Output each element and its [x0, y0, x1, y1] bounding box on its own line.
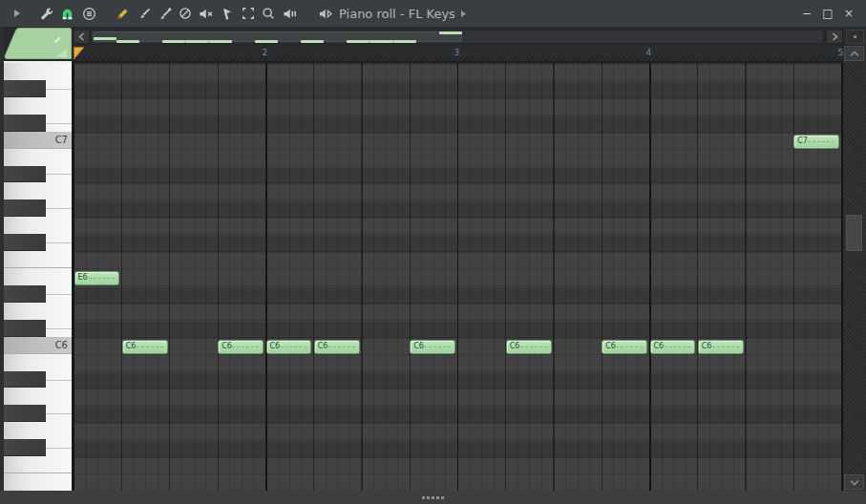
collapse-arrow-icon[interactable]: [9, 6, 25, 22]
piano-key-B5[interactable]: [4, 354, 72, 371]
note-label: C6: [654, 342, 665, 350]
piano-key-G5[interactable]: [4, 422, 72, 439]
piano-key-C6[interactable]: C6: [4, 337, 72, 354]
vscroll-thumb[interactable]: [846, 215, 862, 251]
vscroll-track[interactable]: [844, 61, 864, 491]
window-resize-strip[interactable]: [0, 491, 866, 504]
piano-key-As5[interactable]: [4, 371, 72, 388]
piano-key-C7[interactable]: C7: [4, 132, 72, 149]
black-key-Gs6[interactable]: [4, 200, 46, 217]
close-button[interactable]: ×: [841, 6, 856, 21]
piano-key-D6[interactable]: [4, 303, 72, 320]
piano-key-Fs5[interactable]: [4, 439, 72, 456]
piano-key-Fs6[interactable]: [4, 234, 72, 251]
piano-key-Cs7[interactable]: [4, 115, 72, 132]
window-title: Piano roll - FL Keys: [339, 7, 455, 21]
channel-speaker-icon[interactable]: [317, 6, 333, 22]
paint-sequence-brush-icon[interactable]: [157, 6, 173, 22]
window-frame-left: [0, 27, 4, 491]
mini-preview-note: [347, 40, 370, 43]
note-C6[interactable]: C6: [506, 340, 552, 354]
piano-key-E6[interactable]: [4, 268, 72, 285]
note-C6[interactable]: C6: [650, 340, 696, 354]
black-key-Cs7[interactable]: [4, 115, 46, 132]
piano-key-Cs6[interactable]: [4, 320, 72, 337]
note-label: C6: [318, 342, 328, 350]
title-chevron-icon[interactable]: [459, 6, 469, 22]
timeline-ruler[interactable]: 2345: [74, 46, 843, 61]
playback-tool-icon[interactable]: [282, 6, 298, 22]
black-key-Cs6[interactable]: [4, 320, 46, 337]
zoom-tool-icon[interactable]: [260, 6, 276, 22]
hscroll-right-button[interactable]: [826, 30, 843, 44]
piano-key-F6[interactable]: [4, 251, 72, 268]
note-label: C6: [222, 342, 232, 350]
vscroll-up-button[interactable]: [844, 46, 864, 61]
black-key-Gs5[interactable]: [4, 405, 46, 422]
mini-preview-note: [370, 40, 392, 43]
key-octave-label: C7: [55, 135, 68, 145]
mute-tool-icon[interactable]: [198, 6, 214, 22]
note-C6[interactable]: C6: [410, 340, 455, 354]
note-C6[interactable]: C6: [122, 340, 168, 354]
piano-roll-grid[interactable]: E6C6C6C6C6C6C6C6C6C6C7: [74, 61, 843, 491]
piano-keyboard[interactable]: C7C6: [4, 61, 72, 491]
piano-key-Ds6[interactable]: [4, 285, 72, 303]
piano-key-F5[interactable]: [4, 456, 72, 473]
vscroll-down-button[interactable]: [844, 474, 864, 490]
minimize-button[interactable]: −: [799, 6, 814, 21]
panel-resize-button[interactable]: [846, 30, 864, 44]
snap-magnet-icon[interactable]: [59, 6, 75, 22]
select-tool-icon[interactable]: [240, 6, 256, 22]
timeline-bar-label: 4: [646, 48, 652, 57]
timeline-bar-label: 5: [838, 48, 843, 57]
piano-key-B6[interactable]: [4, 149, 72, 166]
piano-key-Gs5[interactable]: [4, 405, 72, 422]
piano-key-E5[interactable]: [4, 473, 72, 491]
black-key-Fs5[interactable]: [4, 439, 46, 456]
piano-key-A5[interactable]: [4, 388, 72, 405]
piano-key-G6[interactable]: [4, 217, 72, 234]
delete-slash-icon[interactable]: [177, 6, 193, 22]
key-octave-label: C6: [55, 340, 68, 350]
draw-pencil-icon[interactable]: [115, 6, 131, 22]
paint-brush-icon[interactable]: [136, 6, 152, 22]
mini-preview-note: [94, 37, 116, 40]
piano-key-As6[interactable]: [4, 166, 72, 183]
titlebar[interactable]: Piano roll - FL Keys − □ ×: [0, 0, 866, 27]
black-key-Ds7[interactable]: [4, 80, 46, 97]
note-C6[interactable]: C6: [266, 340, 312, 354]
note-C6[interactable]: C6: [218, 340, 264, 354]
mini-preview-note: [116, 40, 139, 43]
note-label: C6: [413, 342, 424, 350]
playhead-marker[interactable]: [74, 46, 85, 61]
note-label: C7: [797, 136, 808, 145]
channel-corner-widget[interactable]: [4, 28, 72, 59]
piano-key-E7[interactable]: [4, 63, 72, 80]
maximize-button[interactable]: □: [820, 6, 835, 21]
menu-circle-icon[interactable]: [81, 6, 97, 22]
mini-preview-note: [185, 40, 208, 43]
note-C6[interactable]: C6: [602, 340, 647, 354]
slide-tool-icon[interactable]: [219, 6, 235, 22]
hscroll-left-button[interactable]: [74, 30, 90, 44]
black-key-Fs6[interactable]: [4, 234, 46, 251]
piano-key-Gs6[interactable]: [4, 200, 72, 217]
piano-key-A6[interactable]: [4, 182, 72, 200]
black-key-Ds6[interactable]: [4, 285, 46, 303]
note-label: C6: [702, 342, 712, 350]
wrench-icon[interactable]: [38, 6, 54, 22]
piano-key-Ds7[interactable]: [4, 80, 72, 97]
note-C6[interactable]: C6: [314, 340, 360, 354]
black-key-As6[interactable]: [4, 166, 46, 183]
note-E6[interactable]: E6: [74, 271, 120, 285]
timeline-bar-label: 3: [454, 48, 460, 57]
mini-preview-note: [301, 40, 324, 43]
hscroll-track[interactable]: [91, 30, 824, 44]
black-key-As5[interactable]: [4, 371, 46, 388]
mini-preview-note: [439, 32, 462, 34]
piano-key-D7[interactable]: [4, 97, 72, 115]
note-C6[interactable]: C6: [698, 340, 744, 354]
note-C7[interactable]: C7: [793, 135, 839, 149]
grid-lines: [74, 63, 843, 491]
